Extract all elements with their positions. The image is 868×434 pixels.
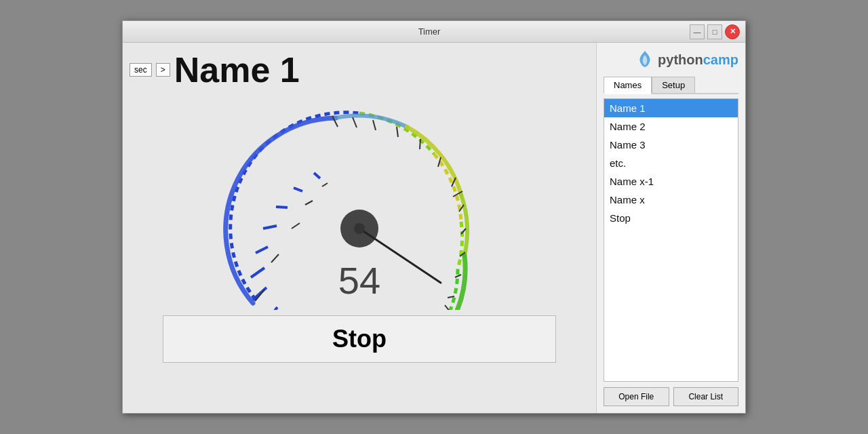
main-content: sec > Name 1 <box>123 43 745 413</box>
svg-line-4 <box>314 173 320 178</box>
close-button[interactable]: ✕ <box>725 24 740 39</box>
svg-line-18 <box>397 127 398 137</box>
pythoncamp-logo-icon <box>635 50 655 70</box>
minimize-button[interactable]: — <box>690 24 705 39</box>
titlebar: Timer — □ ✕ <box>123 21 745 43</box>
maximize-button[interactable]: □ <box>707 24 722 39</box>
svg-line-15 <box>322 183 328 186</box>
list-item[interactable]: etc. <box>604 154 738 172</box>
svg-point-27 <box>354 223 365 234</box>
svg-line-3 <box>294 188 302 191</box>
svg-line-7 <box>266 307 277 310</box>
current-name-display: Name 1 <box>174 50 300 90</box>
tab-setup[interactable]: Setup <box>652 77 695 93</box>
list-item[interactable]: Name x <box>604 191 738 209</box>
right-panel: pythoncamp Names Setup Name 1 Name 2 Nam… <box>596 43 745 413</box>
clear-list-button[interactable]: Clear List <box>673 387 739 406</box>
open-file-button[interactable]: Open File <box>604 387 669 406</box>
logo-area: pythoncamp <box>604 50 738 70</box>
bottom-buttons: Open File Clear List <box>604 387 738 406</box>
svg-line-0 <box>256 247 268 253</box>
list-item[interactable]: Name 1 <box>604 99 738 117</box>
logo-python: python <box>658 52 703 68</box>
names-list[interactable]: Name 1 Name 2 Name 3 etc. Name x-1 Name … <box>604 98 738 382</box>
top-controls: sec > Name 1 <box>130 50 300 90</box>
svg-line-13 <box>292 223 300 229</box>
gauge-container: 54 <box>217 86 502 310</box>
window-title: Timer <box>169 26 690 37</box>
gauge-value: 54 <box>338 259 380 302</box>
window-controls: — □ ✕ <box>690 24 740 39</box>
list-item[interactable]: Name 2 <box>604 117 738 136</box>
svg-line-16 <box>353 117 357 127</box>
svg-line-5 <box>251 268 264 277</box>
list-item[interactable]: Name x-1 <box>604 172 738 191</box>
left-panel: sec > Name 1 <box>123 43 596 413</box>
app-window: Timer — □ ✕ sec > Name 1 <box>122 20 746 414</box>
svg-line-25 <box>455 275 461 277</box>
arrow-button[interactable]: > <box>156 63 170 77</box>
svg-line-19 <box>420 139 420 149</box>
tab-names[interactable]: Names <box>604 77 652 94</box>
svg-line-12 <box>271 254 279 262</box>
svg-line-1 <box>263 226 277 229</box>
svg-line-14 <box>305 201 313 205</box>
logo-camp: camp <box>703 52 738 68</box>
svg-line-2 <box>276 207 288 208</box>
stop-button[interactable]: Stop <box>163 315 556 363</box>
list-item[interactable]: Name 3 <box>604 136 738 154</box>
svg-line-17 <box>373 120 376 130</box>
unit-button[interactable]: sec <box>130 63 152 77</box>
tabs: Names Setup <box>604 77 738 94</box>
list-item[interactable]: Stop <box>604 209 738 227</box>
